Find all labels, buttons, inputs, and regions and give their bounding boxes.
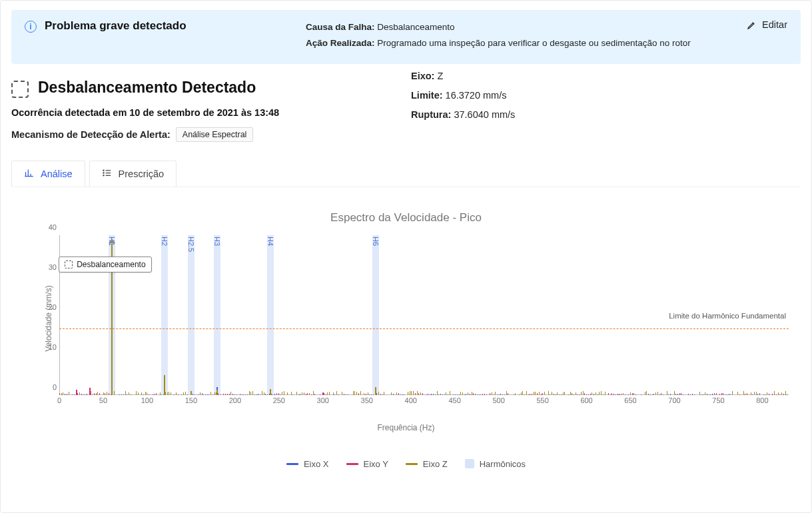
mechanism-label: Mecanismo de Detecção de Alerta: [11, 129, 171, 140]
tab-prescription-label: Prescrição [119, 169, 165, 179]
harmonic-band [188, 235, 195, 395]
alert-banner: i Problema grave detectado Causa da Falh… [11, 10, 801, 64]
diagnostic-panel: i Problema grave detectado Causa da Falh… [0, 0, 812, 513]
unbalance-icon [65, 260, 73, 268]
limit-value: 16.3720 mm/s [446, 90, 507, 101]
mechanism-tag: Análise Espectral [176, 127, 254, 142]
harmonic-band [267, 235, 274, 395]
spectrum-peak [76, 390, 77, 394]
spectrum-peak [216, 390, 218, 394]
limit-label: Limite: [411, 90, 443, 101]
spectrum-peak [191, 391, 192, 395]
info-icon: i [25, 21, 37, 33]
cause-value: Desbalanceamento [377, 22, 454, 32]
cause-label: Causa da Falha: [306, 22, 375, 32]
harmonic-band [161, 235, 168, 395]
metrics-block: Eixo: Z Limite: 16.3720 mm/s Ruptura: 37… [411, 64, 515, 125]
spectrum-peak [322, 392, 324, 395]
tooltip-text: Desbalanceamento [77, 260, 145, 269]
harmonic-label: H4 [266, 237, 274, 246]
harmonic-label: H3 [213, 237, 221, 246]
unbalance-icon [11, 81, 29, 98]
svg-point-0 [103, 170, 103, 171]
legend-harmonics: Harmônicos [480, 459, 526, 469]
rupture-value: 37.6040 mm/s [454, 109, 515, 120]
edit-icon [747, 20, 757, 30]
tab-analysis[interactable]: Análise [11, 161, 85, 187]
spectrum-peak [375, 387, 376, 395]
harmonic-label: H6 [372, 237, 380, 246]
harmonic-band [214, 235, 220, 395]
harmonic-band [372, 235, 379, 395]
edit-label: Editar [762, 19, 787, 30]
axis-value: Z [437, 71, 443, 81]
harmonic-label: H2.5 [187, 237, 195, 252]
axis-label: Eixo: [411, 71, 434, 81]
occurrence-text: Ocorrência detectada em 10 de setembro d… [11, 107, 384, 118]
harmonic-label: H2 [161, 237, 169, 246]
legend-z: Eixo Z [423, 459, 448, 469]
svg-point-2 [103, 175, 103, 175]
alert-title: Problema grave detectado [45, 19, 298, 33]
chart-title: Espectro da Velocidade - Pico [11, 211, 801, 225]
spectrum-chart: Espectro da Velocidade - Pico Velocidade… [11, 211, 801, 469]
edit-button[interactable]: Editar [747, 19, 787, 30]
alert-details: Causa da Falha: Desbalanceamento Ação Re… [306, 19, 787, 52]
peak-tooltip: Desbalanceamento [59, 256, 151, 272]
tab-analysis-label: Análise [41, 169, 73, 179]
x-axis-label: Frequência (Hz) [11, 423, 801, 432]
legend-y: Eixo Y [364, 459, 388, 469]
chart-legend: Eixo X Eixo Y Eixo Z Harmônicos [11, 459, 801, 469]
spectrum-peak [270, 389, 271, 395]
bar-chart-icon [24, 168, 34, 180]
list-icon [102, 168, 112, 180]
action-value: Programado uma inspeção para verificar o… [377, 38, 691, 48]
page-title: Desbalanceamento Detectado [38, 79, 256, 97]
legend-x: Eixo X [304, 459, 329, 469]
tab-prescription[interactable]: Prescrição [89, 161, 177, 187]
svg-point-1 [103, 172, 103, 173]
spectrum-peak [89, 388, 91, 395]
tab-bar: Análise Prescrição [11, 161, 801, 187]
rupture-label: Ruptura: [411, 109, 451, 120]
spectrum-peak [164, 375, 165, 395]
limit-line-label: Limite do Harmônico Fundamental [669, 312, 786, 320]
limit-line [59, 328, 789, 329]
action-label: Ação Realizada: [306, 38, 375, 48]
